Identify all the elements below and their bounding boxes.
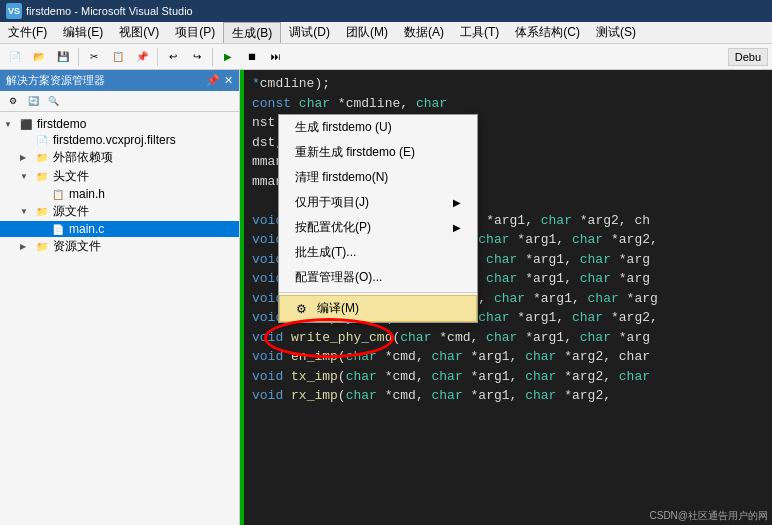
tree-item-solution[interactable]: ▼ ⬛ firstdemo — [0, 116, 239, 132]
tree-label-mainh: main.h — [69, 187, 105, 201]
toolbar-sep3 — [212, 48, 213, 66]
sidebar-tool-refresh[interactable]: 🔄 — [24, 93, 42, 109]
dropdown-batch[interactable]: 批生成(T)... — [279, 240, 477, 265]
dropdown-build[interactable]: 生成 firstdemo (U) — [279, 115, 477, 140]
tree-label-vcxproj: firstdemo.vcxproj.filters — [53, 133, 176, 147]
mainc-icon: 📄 — [50, 222, 66, 236]
dropdown-build-label: 生成 firstdemo (U) — [295, 119, 392, 136]
menu-file[interactable]: 文件(F) — [0, 22, 55, 43]
dropdown-profile[interactable]: 按配置优化(P) ▶ — [279, 215, 477, 240]
dropdown-project-only-label: 仅用于项目(J) — [295, 194, 369, 211]
dropdown-batch-label: 批生成(T)... — [295, 244, 356, 261]
menu-edit[interactable]: 编辑(E) — [55, 22, 111, 43]
toolbar-new[interactable]: 📄 — [4, 47, 26, 67]
vcxproj-icon: 📄 — [34, 133, 50, 147]
tree-item-vcxproj[interactable]: 📄 firstdemo.vcxproj.filters — [0, 132, 239, 148]
sidebar-toolbar: ⚙ 🔄 🔍 — [0, 91, 239, 112]
watermark: CSDN@社区通告用户的网 — [646, 507, 773, 525]
resources-icon: 📁 — [34, 240, 50, 254]
dropdown-rebuild-label: 重新生成 firstdemo (E) — [295, 144, 415, 161]
code-line-1: *cmdline); — [252, 74, 764, 94]
toolbar-cut[interactable]: ✂ — [83, 47, 105, 67]
tree-item-sources[interactable]: ▼ 📁 源文件 — [0, 202, 239, 221]
solution-tree: ▼ ⬛ firstdemo 📄 firstdemo.vcxproj.filter… — [0, 112, 239, 525]
debug-label: Debu — [728, 48, 768, 66]
mainh-icon: 📋 — [50, 187, 66, 201]
tree-arrow-headers: ▼ — [20, 172, 34, 181]
menu-test[interactable]: 测试(S) — [588, 22, 644, 43]
tree-item-mainh[interactable]: 📋 main.h — [0, 186, 239, 202]
submenu-arrow-1: ▶ — [453, 197, 461, 208]
dropdown-rebuild[interactable]: 重新生成 firstdemo (E) — [279, 140, 477, 165]
toolbar-run[interactable]: ▶ — [217, 47, 239, 67]
submenu-arrow-2: ▶ — [453, 222, 461, 233]
sidebar-pin[interactable]: 📌 — [206, 74, 220, 87]
main-content: 解决方案资源管理器 📌 ✕ ⚙ 🔄 🔍 ▼ ⬛ firstdemo 📄 firs… — [0, 70, 772, 525]
code-line-14: void en_imp(char *cmd, char *arg1, char … — [252, 347, 764, 367]
external-icon: 📁 — [34, 151, 50, 165]
sidebar-tool-properties[interactable]: ⚙ — [4, 93, 22, 109]
dropdown-separator — [279, 292, 477, 293]
tree-item-external[interactable]: ▶ 📁 外部依赖项 — [0, 148, 239, 167]
toolbar-step[interactable]: ⏭ — [265, 47, 287, 67]
debug-label-area: Debu — [728, 50, 768, 64]
dropdown-clean-label: 清理 firstdemo(N) — [295, 169, 388, 186]
tree-arrow-solution: ▼ — [4, 120, 18, 129]
tree-label-resources: 资源文件 — [53, 238, 101, 255]
tree-item-resources[interactable]: ▶ 📁 资源文件 — [0, 237, 239, 256]
sidebar-close[interactable]: ✕ — [224, 74, 233, 87]
toolbar-redo[interactable]: ↪ — [186, 47, 208, 67]
sources-icon: 📁 — [34, 205, 50, 219]
tree-arrow-sources: ▼ — [20, 207, 34, 216]
menu-arch[interactable]: 体系结构(C) — [507, 22, 588, 43]
menu-view[interactable]: 视图(V) — [111, 22, 167, 43]
toolbar-paste[interactable]: 📌 — [131, 47, 153, 67]
dropdown-compile[interactable]: ⚙ 编译(M) — [279, 295, 477, 322]
menu-bar: 文件(F) 编辑(E) 视图(V) 项目(P) 生成(B) 调试(D) 团队(M… — [0, 22, 772, 44]
toolbar-stop[interactable]: ⏹ — [241, 47, 263, 67]
dropdown-config[interactable]: 配置管理器(O)... — [279, 265, 477, 290]
sidebar-tool-filter[interactable]: 🔍 — [44, 93, 62, 109]
menu-data[interactable]: 数据(A) — [396, 22, 452, 43]
tree-label-external: 外部依赖项 — [53, 149, 113, 166]
code-line-15: void tx_imp(char *cmd, char *arg1, char … — [252, 367, 764, 387]
title-bar: VS firstdemo - Microsoft Visual Studio — [0, 0, 772, 22]
toolbar-copy[interactable]: 📋 — [107, 47, 129, 67]
solution-explorer: 解决方案资源管理器 📌 ✕ ⚙ 🔄 🔍 ▼ ⬛ firstdemo 📄 firs… — [0, 70, 240, 525]
dropdown-compile-label: 编译(M) — [317, 300, 359, 317]
toolbar-sep2 — [157, 48, 158, 66]
tree-item-mainc[interactable]: 📄 main.c — [0, 221, 239, 237]
tree-label-headers: 头文件 — [53, 168, 89, 185]
sidebar-title: 解决方案资源管理器 — [6, 73, 105, 88]
tree-arrow-external: ▶ — [20, 153, 34, 162]
dropdown-project-only[interactable]: 仅用于项目(J) ▶ — [279, 190, 477, 215]
dropdown-config-label: 配置管理器(O)... — [295, 269, 382, 286]
menu-tools[interactable]: 工具(T) — [452, 22, 507, 43]
tree-item-headers[interactable]: ▼ 📁 头文件 — [0, 167, 239, 186]
title-text: firstdemo - Microsoft Visual Studio — [26, 5, 193, 17]
app-icon: VS — [6, 3, 22, 19]
menu-debug[interactable]: 调试(D) — [281, 22, 338, 43]
menu-project[interactable]: 项目(P) — [167, 22, 223, 43]
sidebar-controls: 📌 ✕ — [206, 74, 233, 87]
menu-build[interactable]: 生成(B) — [223, 22, 281, 43]
dropdown-clean[interactable]: 清理 firstdemo(N) — [279, 165, 477, 190]
toolbar-undo[interactable]: ↩ — [162, 47, 184, 67]
tree-arrow-resources: ▶ — [20, 242, 34, 251]
menu-team[interactable]: 团队(M) — [338, 22, 396, 43]
code-line-2: const char *cmdline, char — [252, 94, 764, 114]
line-indicator — [240, 70, 244, 525]
toolbar: 📄 📂 💾 ✂ 📋 📌 ↩ ↪ ▶ ⏹ ⏭ Debu — [0, 44, 772, 70]
dropdown-profile-label: 按配置优化(P) — [295, 219, 371, 236]
code-line-16: void rx_imp(char *cmd, char *arg1, char … — [252, 386, 764, 406]
headers-icon: 📁 — [34, 170, 50, 184]
toolbar-save[interactable]: 💾 — [52, 47, 74, 67]
tree-label-mainc: main.c — [69, 222, 104, 236]
tree-label-sources: 源文件 — [53, 203, 89, 220]
toolbar-open[interactable]: 📂 — [28, 47, 50, 67]
sidebar-header: 解决方案资源管理器 📌 ✕ — [0, 70, 239, 91]
compile-icon: ⚙ — [296, 302, 307, 316]
solution-icon: ⬛ — [18, 117, 34, 131]
toolbar-sep1 — [78, 48, 79, 66]
build-dropdown: 生成 firstdemo (U) 重新生成 firstdemo (E) 清理 f… — [278, 114, 478, 323]
